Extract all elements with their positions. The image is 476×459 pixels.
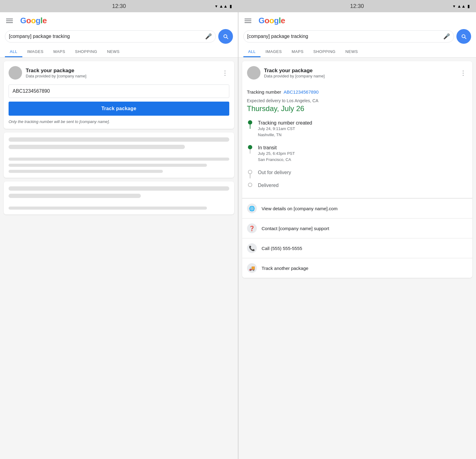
right-logo-e: e: [281, 16, 285, 25]
timeline-dot-1: [248, 120, 252, 125]
right-search-icon: [461, 33, 467, 39]
timeline-title-1: Tracking number created: [258, 120, 468, 126]
left-hamburger-menu[interactable]: [5, 17, 14, 24]
right-tab-images[interactable]: IMAGES: [260, 47, 287, 57]
left-skeleton-card-1: [4, 132, 234, 178]
left-tab-images[interactable]: IMAGES: [22, 47, 49, 57]
left-tab-news[interactable]: NEWS: [102, 47, 125, 57]
left-status-bar: 12:30 ▾ ▲▲ ▮: [0, 0, 238, 12]
action-text-view-details: View details on [company name].com: [262, 206, 338, 211]
left-mic-icon[interactable]: 🎤: [205, 33, 212, 40]
timeline-dot-container-1: [247, 120, 253, 125]
left-search-input-text: [company] package tracking: [9, 34, 205, 39]
search-icon: [223, 33, 229, 39]
timeline-item-1: Tracking number created July 24, 9:11am …: [247, 118, 468, 143]
right-tab-shopping[interactable]: SHOPPING: [309, 47, 341, 57]
hamburger-line-1: [6, 19, 13, 19]
left-track-card: Track your package Data provided by [com…: [4, 61, 234, 129]
left-skeleton-card-2: [4, 181, 234, 215]
skeleton-line-7: [9, 194, 141, 198]
logo-o2: o: [31, 16, 36, 25]
right-more-icon[interactable]: ⋮: [459, 68, 467, 78]
left-search-row: [company] package tracking 🎤: [5, 29, 233, 44]
right-logo-g2: g: [274, 16, 279, 25]
timeline-line-2: [250, 149, 250, 154]
timeline-item-4: Delivered: [247, 180, 468, 193]
left-time: 12:30: [112, 3, 126, 9]
timeline-content-1: Tracking number created July 24, 9:11am …: [258, 120, 468, 140]
right-logo-o1: o: [264, 16, 269, 25]
left-track-button[interactable]: Track package: [9, 102, 229, 116]
action-row-call[interactable]: 📞 Call (555) 555-5555: [242, 238, 473, 258]
left-more-icon[interactable]: ⋮: [221, 68, 229, 78]
left-search-button[interactable]: [218, 29, 233, 44]
action-row-contact[interactable]: ❓ Contact [company name] support: [242, 218, 473, 238]
hamburger-line-3: [6, 22, 13, 23]
left-status-icons: ▾ ▲▲ ▮: [215, 4, 232, 9]
timeline-item-3: Out for delivery: [247, 167, 468, 180]
timeline-line-3: [250, 174, 250, 178]
right-google-logo: Google: [259, 16, 285, 25]
timeline-dot-3: [248, 170, 252, 174]
right-track-card-title-text: Track your package: [264, 68, 455, 74]
left-track-card-title-text: Track your package: [26, 68, 217, 74]
left-phone-screen: Google [company] package tracking 🎤 ALL …: [0, 12, 238, 459]
right-delivery-date: Thursday, July 26: [247, 104, 468, 113]
right-search-row: [company] package tracking 🎤: [243, 29, 471, 44]
left-top-bar-row1: Google: [5, 16, 233, 25]
right-mic-icon[interactable]: 🎤: [443, 33, 450, 40]
wifi-icon: ▾: [215, 4, 217, 9]
right-track-card-subtitle: Data provided by [company name]: [264, 74, 455, 78]
right-tracking-number-value[interactable]: ABC1234567890: [284, 89, 319, 95]
left-tab-shopping[interactable]: SHOPPING: [70, 47, 102, 57]
right-hamburger-menu[interactable]: [243, 17, 253, 24]
left-track-card-title-block: Track your package Data provided by [com…: [26, 68, 217, 78]
timeline-dot-2: [248, 145, 252, 149]
skeleton-line-6: [9, 186, 229, 191]
timeline-title-4: Delivered: [258, 183, 468, 188]
left-tab-all[interactable]: ALL: [5, 47, 22, 57]
right-search-button[interactable]: [456, 29, 471, 44]
timeline-line-1: [250, 125, 250, 129]
battery-icon: ▮: [230, 4, 232, 9]
right-track-card-title-block: Track your package Data provided by [com…: [264, 68, 455, 78]
left-company-avatar: [9, 66, 22, 80]
action-row-view-details[interactable]: 🌐 View details on [company name].com: [242, 199, 473, 218]
right-tab-all[interactable]: ALL: [243, 47, 261, 57]
right-tracking-number-row: Tracking number ABC1234567890: [247, 89, 468, 95]
timeline-content-3: Out for delivery: [258, 170, 468, 178]
right-top-bar: Google [company] package tracking 🎤 ALL …: [238, 12, 476, 58]
right-track-result-card: Track your package Data provided by [com…: [242, 61, 473, 278]
question-icon: ❓: [247, 223, 257, 233]
right-time: 12:30: [350, 3, 364, 9]
skeleton-line-8: [9, 207, 207, 210]
right-search-box[interactable]: [company] package tracking 🎤: [243, 30, 454, 43]
truck-icon: 🚚: [247, 263, 257, 273]
timeline-item-2: In transit July 25, 6:43pm PSTSan Franci…: [247, 143, 468, 167]
timeline-detail-1: July 24, 9:11am CSTNashville, TN: [258, 126, 468, 138]
skeleton-line-2: [9, 145, 185, 149]
skeleton-line-5: [9, 170, 163, 173]
skeleton-line-1: [9, 137, 229, 142]
left-tracking-number-input[interactable]: [9, 84, 229, 98]
battery-icon-right: ▮: [467, 4, 470, 9]
left-search-box[interactable]: [company] package tracking 🎤: [5, 30, 216, 43]
right-timeline: Tracking number created July 24, 9:11am …: [247, 118, 468, 193]
right-delivery-label: Expected delivery to Los Angeles, CA: [247, 98, 468, 103]
phone-icon: 📞: [247, 243, 257, 253]
right-hamburger-line-3: [245, 22, 251, 23]
left-top-bar: Google [company] package tracking 🎤 ALL …: [0, 12, 238, 58]
phones-container: Google [company] package tracking 🎤 ALL …: [0, 12, 476, 459]
timeline-dot-container-2: [247, 145, 253, 149]
timeline-detail-2: July 25, 6:43pm PSTSan Francisco, CA: [258, 151, 468, 162]
left-tab-maps[interactable]: MAPS: [48, 47, 70, 57]
right-search-input-text: [company] package tracking: [247, 34, 444, 39]
right-action-rows: 🌐 View details on [company name].com ❓ C…: [242, 198, 473, 278]
right-tab-news[interactable]: NEWS: [340, 47, 363, 57]
right-track-card-header: Track your package Data provided by [com…: [242, 61, 473, 84]
action-text-call: Call (555) 555-5555: [262, 246, 302, 251]
right-logo-o2: o: [269, 16, 274, 25]
right-tab-maps[interactable]: MAPS: [287, 47, 309, 57]
action-row-track-another[interactable]: 🚚 Track another package: [242, 258, 473, 278]
timeline-dot-container-3: [247, 170, 253, 174]
